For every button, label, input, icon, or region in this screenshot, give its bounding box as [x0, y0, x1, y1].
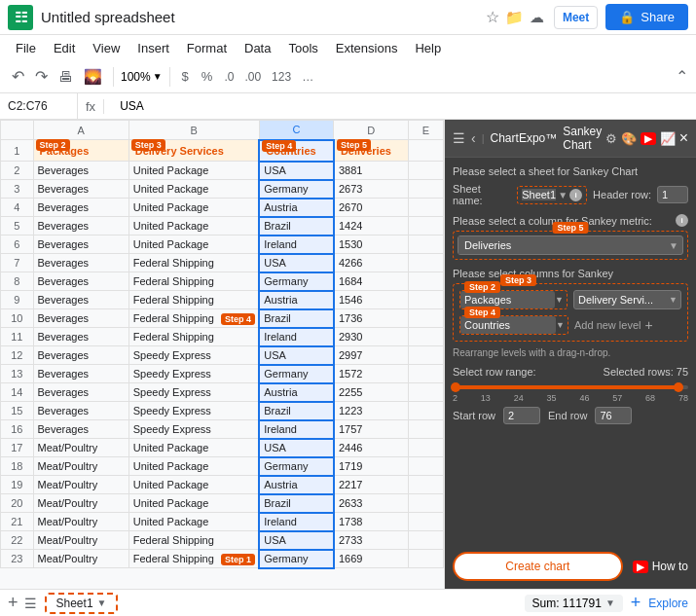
meet-button[interactable]: Meet — [554, 6, 598, 29]
drag-hint: Rearrange levels with a drag-n-drop. — [453, 347, 688, 358]
lock-icon: 🔒 — [619, 10, 635, 24]
step4-pill-c: Step 4 — [262, 140, 296, 152]
sheet-list-button[interactable]: ☰ — [24, 596, 37, 611]
delivery-column-select[interactable]: Delivery Servi... — [574, 291, 669, 308]
decimal00-button[interactable]: .00 — [240, 68, 265, 86]
explore-button[interactable]: Explore — [648, 597, 688, 610]
step4-panel-badge: Step 4 — [464, 307, 500, 318]
countries-column-select[interactable]: Countries — [460, 316, 556, 334]
step5-pill-d: Step 5 — [337, 139, 371, 151]
info-icon[interactable]: i — [569, 189, 582, 201]
start-row-input[interactable] — [503, 407, 540, 424]
table-row: 4 Beverages United Package Austria 2670 — [1, 199, 444, 217]
add-explore-icon[interactable]: + — [631, 593, 641, 613]
table-row: 17 Meat/Poultry United Package USA 2446 — [1, 439, 444, 457]
panel-title: ChartExpo™ — [491, 131, 558, 145]
col-header-e[interactable]: E — [409, 121, 444, 140]
menu-help[interactable]: Help — [407, 39, 449, 57]
cell-value[interactable]: USA — [112, 99, 696, 113]
panel-settings-icon[interactable]: ⚙ — [605, 131, 617, 146]
chart-panel: ☰ ‹ | ChartExpo™ Sankey Chart ⚙ 🎨 ▶ 📈 × … — [445, 120, 696, 589]
col-header-b[interactable]: B — [128, 121, 259, 140]
create-chart-button[interactable]: Create chart — [453, 552, 623, 581]
paint-format-button[interactable]: 🌄 — [80, 66, 106, 88]
sum-badge: Sum: 111791 ▼ — [525, 595, 623, 612]
currency-button[interactable]: $ — [177, 67, 194, 86]
sheet-tab[interactable]: Sheet1 ▼ — [45, 593, 119, 614]
sheets-app-icon: ☷ — [8, 5, 33, 30]
table-row: 9 Beverages Federal Shipping Austria 154… — [1, 291, 444, 309]
metric-select[interactable]: Deliveries — [458, 236, 669, 254]
menu-file[interactable]: File — [8, 39, 44, 57]
panel-youtube-icon[interactable]: ▶ — [641, 132, 656, 145]
panel-menu-icon[interactable]: ☰ — [453, 130, 465, 146]
table-row: 10 Beverages Federal Shipping Step 4 Bra… — [1, 309, 444, 328]
how-to-button[interactable]: ▶ How to — [633, 560, 688, 573]
row-range-label: Select row range: — [453, 366, 536, 378]
menu-insert[interactable]: Insert — [129, 39, 177, 57]
menu-edit[interactable]: Edit — [46, 39, 83, 57]
redo-button[interactable]: ↷ — [31, 65, 52, 88]
range-slider-thumb-right[interactable] — [674, 382, 683, 392]
panel-chartexpo-icon[interactable]: 📈 — [660, 131, 676, 146]
add-level-label[interactable]: Add new level — [574, 319, 641, 331]
col-header-d[interactable]: D — [334, 121, 409, 140]
sheet-name-label: Sheet name: — [453, 183, 511, 206]
collapse-panel-button[interactable]: ⌃ — [676, 67, 688, 86]
menu-tools[interactable]: Tools — [280, 39, 325, 57]
decimal0-button[interactable]: .0 — [220, 68, 238, 86]
menu-view[interactable]: View — [85, 39, 128, 57]
step3-pill-b: Step 3 — [131, 139, 165, 151]
cell-reference[interactable]: C2:C76 — [0, 93, 78, 119]
table-row: 23 Meat/Poultry Federal Shipping Step 1 … — [1, 550, 444, 568]
zoom-selector[interactable]: 100% ▼ — [121, 70, 163, 84]
step2-panel-badge: Step 2 — [464, 281, 500, 293]
panel-close-button[interactable]: × — [679, 130, 688, 146]
panel-palette-icon[interactable]: 🎨 — [621, 131, 637, 146]
sheet-name-select[interactable]: Sheet1 — [522, 189, 556, 200]
menu-data[interactable]: Data — [237, 39, 278, 57]
table-row: 8 Beverages Federal Shipping Germany 168… — [1, 272, 444, 291]
table-row: 2 Beverages United Package USA 3881 — [1, 162, 444, 180]
table-row: 5 Beverages United Package Brazil 1424 — [1, 217, 444, 236]
star-icon[interactable]: ☆ — [486, 8, 499, 26]
table-row: 7 Beverages Federal Shipping USA 4266 — [1, 254, 444, 272]
panel-back-icon[interactable]: ‹ — [471, 130, 476, 146]
sheet-tab-arrow: ▼ — [97, 598, 107, 608]
header-row: 1 Step 2 Packages Step 3 Delivery Servic… — [1, 140, 444, 162]
youtube-icon: ▶ — [633, 561, 648, 573]
table-row: 14 Beverages Speedy Express Austria 2255 — [1, 383, 444, 402]
table-row: 20 Meat/Poultry United Package Brazil 26… — [1, 494, 444, 513]
menu-extensions[interactable]: Extensions — [328, 39, 406, 57]
metric-info-icon[interactable]: i — [676, 214, 688, 227]
table-row: 22 Meat/Poultry Federal Shipping USA 273… — [1, 531, 444, 550]
more-formats-button[interactable]: … — [298, 68, 317, 86]
sheet-select-arrow: ▼ — [558, 190, 568, 200]
menu-format[interactable]: Format — [179, 39, 235, 57]
format123-button[interactable]: 123 — [268, 68, 295, 86]
add-level-icon[interactable]: + — [645, 317, 653, 333]
step3-panel-badge: Step 3 — [500, 274, 536, 286]
range-slider-thumb-left[interactable] — [451, 382, 460, 392]
cloud-icon[interactable]: ☁ — [530, 9, 544, 26]
col-header-c[interactable]: C — [259, 121, 334, 140]
step5-panel-badge: Step 5 — [552, 222, 588, 234]
app-title: Untitled spreadsheet — [41, 9, 486, 25]
col-header-a[interactable]: A — [33, 121, 128, 140]
table-row: 16 Beverages Speedy Express Ireland 1757 — [1, 420, 444, 439]
print-button[interactable]: 🖶 — [55, 66, 77, 87]
undo-button[interactable]: ↶ — [8, 65, 28, 88]
share-button[interactable]: 🔒 Share — [605, 4, 688, 30]
table-row: 13 Beverages Speedy Express Germany 1572 — [1, 365, 444, 383]
header-row-input[interactable] — [657, 186, 688, 203]
end-row-input[interactable] — [595, 407, 632, 424]
fx-symbol: fx — [86, 99, 104, 114]
add-sheet-button[interactable]: + — [8, 593, 18, 613]
sheet-select-label: Please select a sheet for Sankey Chart — [453, 165, 688, 177]
folder-icon[interactable]: 📁 — [505, 9, 524, 26]
percent-button[interactable]: % — [197, 67, 218, 86]
metric-arrow-icon: ▼ — [669, 240, 682, 251]
table-row: 19 Meat/Poultry United Package Austria 2… — [1, 476, 444, 494]
sum-dropdown-icon[interactable]: ▼ — [605, 598, 615, 608]
table-row: 11 Beverages Federal Shipping Ireland 29… — [1, 328, 444, 346]
